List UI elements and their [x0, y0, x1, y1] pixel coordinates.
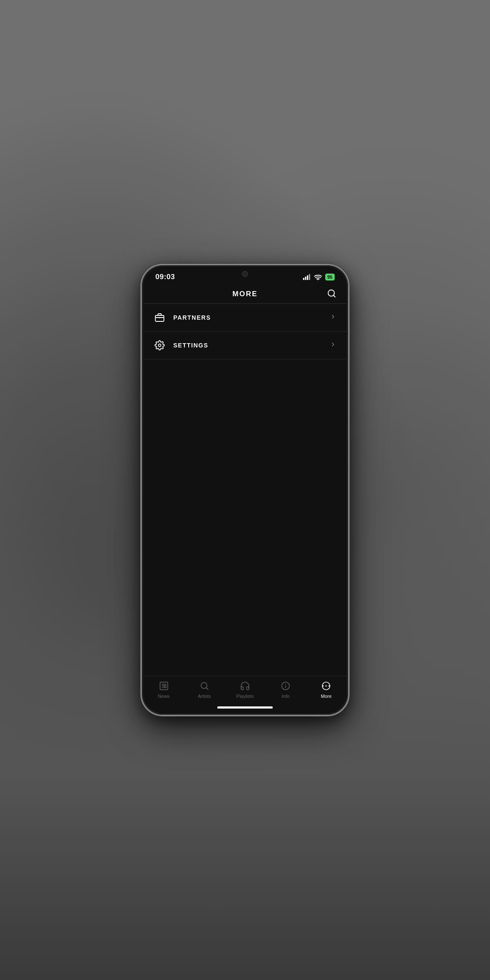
artists-label: Artists [198, 694, 211, 699]
home-bar [217, 706, 273, 709]
info-icon [280, 680, 291, 691]
svg-point-9 [158, 344, 161, 347]
svg-line-13 [206, 688, 208, 690]
svg-line-6 [333, 295, 335, 297]
svg-rect-11 [164, 685, 166, 688]
chevron-right-settings-svg [330, 341, 336, 348]
svg-rect-1 [305, 277, 306, 280]
settings-label: SETTINGS [173, 342, 330, 349]
signal-icon [303, 274, 311, 280]
info-circle-svg [280, 681, 291, 691]
tab-artists[interactable]: Artists [187, 680, 222, 699]
menu-item-partners[interactable]: PARTNERS [143, 304, 347, 332]
page-title: More [233, 290, 258, 298]
volume-up-button [140, 361, 141, 387]
svg-point-19 [329, 685, 330, 687]
svg-point-18 [326, 685, 327, 687]
newspaper-svg [159, 681, 169, 691]
tab-news[interactable]: News [147, 680, 181, 699]
svg-rect-0 [303, 278, 304, 280]
chevron-right-svg [330, 313, 336, 320]
playlists-icon [239, 680, 251, 691]
menu-list: PARTNERS SETTINGS [143, 304, 347, 676]
artists-icon [199, 680, 210, 691]
tab-bar: News Artists [143, 676, 347, 701]
gear-svg [155, 340, 165, 350]
settings-icon [154, 339, 166, 351]
menu-item-settings[interactable]: SETTINGS [143, 332, 347, 359]
svg-point-4 [318, 280, 318, 280]
partners-chevron [330, 313, 336, 322]
headphones-svg [240, 681, 250, 691]
briefcase-svg [155, 312, 165, 323]
status-icons: 95 [303, 274, 335, 280]
tab-info[interactable]: Info [268, 680, 303, 699]
camera-notch [242, 271, 248, 277]
silent-button [140, 338, 141, 355]
svg-rect-7 [155, 315, 164, 321]
search-button[interactable] [325, 287, 338, 301]
phone-frame: 09:03 95 [140, 264, 350, 716]
partners-label: PARTNERS [173, 314, 330, 321]
tab-playlists[interactable]: Playlists [228, 680, 262, 699]
phone-screen: 09:03 95 [143, 267, 347, 713]
volume-down-button [140, 393, 141, 419]
info-label: Info [282, 694, 289, 699]
playlists-label: Playlists [236, 694, 254, 699]
tab-more[interactable]: More [309, 680, 343, 699]
settings-chevron [330, 341, 336, 350]
more-icon [321, 680, 332, 691]
battery-indicator: 95 [325, 274, 335, 280]
status-time: 09:03 [155, 273, 175, 281]
power-button [349, 350, 350, 380]
wifi-icon [314, 274, 322, 280]
news-icon [158, 680, 169, 691]
partners-icon [154, 312, 166, 324]
more-label: More [321, 694, 332, 699]
svg-rect-3 [309, 274, 310, 280]
more-dots-svg [321, 681, 331, 691]
news-label: News [158, 694, 170, 699]
search-icon [327, 289, 336, 298]
artists-search-svg [199, 681, 210, 691]
svg-point-12 [201, 682, 207, 688]
home-indicator-area [143, 701, 347, 713]
svg-point-17 [323, 685, 324, 687]
top-navigation: More [143, 285, 347, 303]
svg-rect-2 [307, 275, 308, 280]
